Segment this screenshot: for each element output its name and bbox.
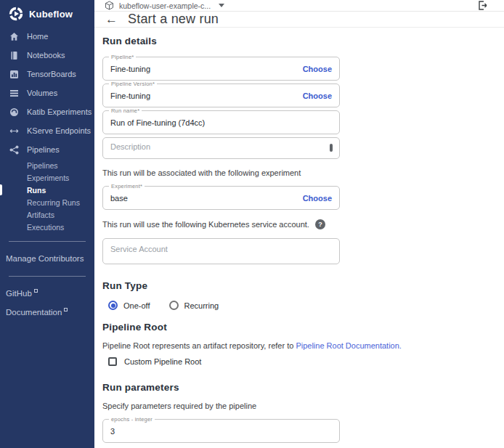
experiment-note: This run will be associated with the fol… (102, 168, 340, 177)
service-account-note-text: This run will use the following Kubernet… (102, 220, 309, 229)
description-placeholder: Description (110, 142, 332, 151)
sidebar: Kubeflow Home Notebooks TensorBoards Vol… (0, 0, 94, 448)
sidebar-subitem-artifacts[interactable]: Artifacts (0, 208, 94, 221)
page-content: Run details Pipeline* Fine-tuning Choose… (94, 28, 504, 448)
help-icon[interactable]: ? (315, 219, 325, 229)
namespace-cube-icon (105, 1, 114, 10)
service-account-note: This run will use the following Kubernet… (102, 219, 340, 229)
run-type-options: One-off Recurring (108, 301, 340, 310)
sidebar-subitem-label: Recurring Runs (27, 198, 80, 207)
logout-button[interactable] (477, 0, 488, 11)
notebooks-icon (9, 51, 19, 60)
back-arrow-icon[interactable]: ← (105, 13, 118, 25)
checkbox-unchecked-icon[interactable] (108, 357, 117, 366)
run-name-field-value: Run of Fine-tuning (7d4cc) (110, 118, 332, 127)
sidebar-item-manage-contributors[interactable]: Manage Contributors (0, 249, 94, 268)
radio-label: One-off (123, 301, 150, 310)
pipeline-field-value: Fine-tuning (110, 65, 296, 73)
sidebar-subitem-pipelines[interactable]: Pipelines (0, 159, 94, 171)
sidebar-item-notebooks[interactable]: Notebooks (0, 46, 94, 65)
sidebar-divider (9, 276, 86, 277)
logout-icon (477, 0, 488, 11)
external-link-icon (64, 308, 68, 311)
sidebar-subitem-label: Executions (27, 223, 64, 232)
katib-icon (9, 107, 19, 117)
page-header: ← Start a new run (94, 12, 504, 28)
radio-one-off[interactable]: One-off (108, 301, 150, 310)
sidebar-item-home[interactable]: Home (0, 27, 94, 46)
sidebar-link-github[interactable]: GitHub (0, 284, 94, 303)
description-field[interactable]: Description (102, 137, 340, 159)
sidebar-item-label: KServe Endpoints (27, 126, 91, 135)
sidebar-item-kserve-endpoints[interactable]: KServe Endpoints (0, 121, 94, 140)
sidebar-subitem-runs[interactable]: Runs (0, 184, 94, 196)
sidebar-subitem-label: Runs (27, 186, 46, 195)
radio-label: Recurring (184, 301, 219, 310)
kubeflow-logo-icon (9, 7, 23, 21)
run-type-heading: Run Type (102, 280, 340, 291)
service-account-placeholder: Service Account (110, 245, 332, 253)
resize-handle-icon[interactable] (330, 144, 333, 152)
kubeflow-logo[interactable]: Kubeflow (0, 0, 94, 27)
app-window: Kubeflow Home Notebooks TensorBoards Vol… (0, 0, 504, 448)
run-details-heading: Run details (102, 36, 504, 46)
pipeline-version-field[interactable]: Pipeline Version* Fine-tuning Choose (102, 84, 340, 107)
namespace-selector[interactable]: kubeflow-user-example-c... (105, 1, 224, 10)
sidebar-link-label: Documentation (6, 308, 62, 317)
run-parameters-heading: Run parameters (102, 382, 340, 393)
home-icon (9, 32, 19, 41)
run-parameters-subtitle: Specify parameters required by the pipel… (102, 402, 340, 410)
pipeline-root-description: Pipeline Root represents an artifact rep… (102, 341, 407, 350)
sidebar-item-label: Katib Experiments (27, 107, 92, 116)
experiment-field-value: base (110, 194, 296, 203)
volumes-icon (9, 89, 19, 98)
pipelines-icon (9, 145, 19, 155)
run-name-field-label: Run name* (109, 107, 142, 114)
sidebar-item-pipelines[interactable]: Pipelines (0, 140, 94, 159)
sidebar-item-label: Manage Contributors (6, 254, 84, 263)
topbar: kubeflow-user-example-c... (94, 0, 504, 12)
sidebar-subitem-experiments[interactable]: Experiments (0, 171, 94, 184)
pipeline-field[interactable]: Pipeline* Fine-tuning Choose (102, 57, 340, 81)
external-link-icon (34, 289, 38, 293)
epochs-field-label: epochs - integer (109, 416, 155, 423)
pipeline-root-doc-link[interactable]: Pipeline Root Documentation. (296, 341, 402, 350)
sidebar-item-label: Pipelines (27, 145, 60, 154)
epochs-field[interactable]: epochs - integer 3 (102, 419, 340, 443)
sidebar-subitem-recurring-runs[interactable]: Recurring Runs (0, 196, 94, 208)
checkbox-label: Custom Pipeline Root (124, 357, 201, 366)
epochs-field-value: 3 (110, 427, 332, 436)
sidebar-item-tensorboards[interactable]: TensorBoards (0, 65, 94, 84)
radio-recurring[interactable]: Recurring (169, 301, 219, 310)
sidebar-subitem-executions[interactable]: Executions (0, 221, 94, 233)
tensorboards-icon (9, 70, 19, 79)
main-area: kubeflow-user-example-c... ← Start a new… (94, 0, 504, 448)
sidebar-divider (9, 241, 86, 242)
sidebar-item-label: TensorBoards (27, 70, 76, 78)
experiment-choose-button[interactable]: Choose (296, 194, 332, 203)
kubeflow-logo-text: Kubeflow (29, 9, 73, 20)
run-name-field[interactable]: Run name* Run of Fine-tuning (7d4cc) (102, 110, 340, 134)
sidebar-link-label: GitHub (6, 289, 32, 298)
sidebar-item-label: Volumes (27, 89, 57, 97)
radio-unselected-icon (169, 301, 179, 310)
pipeline-root-heading: Pipeline Root (102, 322, 340, 333)
pipeline-choose-button[interactable]: Choose (296, 65, 332, 73)
service-account-field[interactable]: Service Account (102, 238, 340, 264)
kserve-icon (9, 126, 19, 136)
pipeline-version-choose-button[interactable]: Choose (296, 91, 332, 100)
sidebar-subitem-label: Artifacts (27, 211, 54, 219)
radio-selected-icon (108, 301, 118, 310)
page-title: Start a new run (128, 12, 219, 27)
sidebar-item-katib-experiments[interactable]: Katib Experiments (0, 102, 94, 121)
custom-pipeline-root-checkbox-row[interactable]: Custom Pipeline Root (108, 357, 340, 366)
sidebar-item-volumes[interactable]: Volumes (0, 84, 94, 102)
sidebar-subitem-label: Pipelines (27, 161, 58, 170)
pipeline-version-field-label: Pipeline Version* (109, 81, 157, 87)
chevron-down-icon (219, 4, 224, 7)
sidebar-link-documentation[interactable]: Documentation (0, 303, 94, 322)
sidebar-subitem-label: Experiments (27, 174, 69, 182)
pipeline-field-label: Pipeline* (109, 54, 136, 60)
experiment-field[interactable]: Experiment* base Choose (102, 186, 340, 210)
sidebar-item-label: Home (27, 32, 48, 41)
